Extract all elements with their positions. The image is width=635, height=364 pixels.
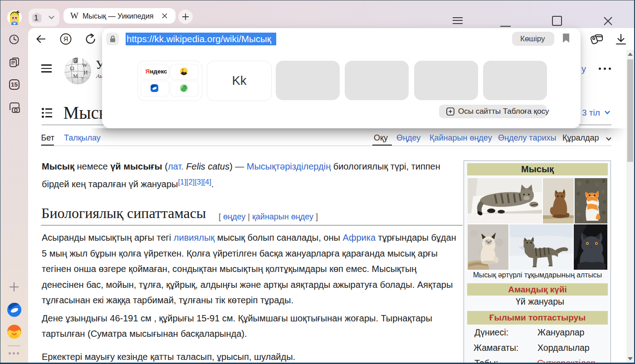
svg-text:И: И: [83, 69, 88, 76]
svg-text:Я: Я: [64, 35, 68, 43]
svg-text:W: W: [82, 62, 88, 68]
svg-text:У: У: [74, 58, 77, 63]
svg-text:7: 7: [81, 76, 83, 82]
svg-text:Ω: Ω: [70, 65, 74, 72]
svg-text:М: М: [73, 73, 78, 79]
